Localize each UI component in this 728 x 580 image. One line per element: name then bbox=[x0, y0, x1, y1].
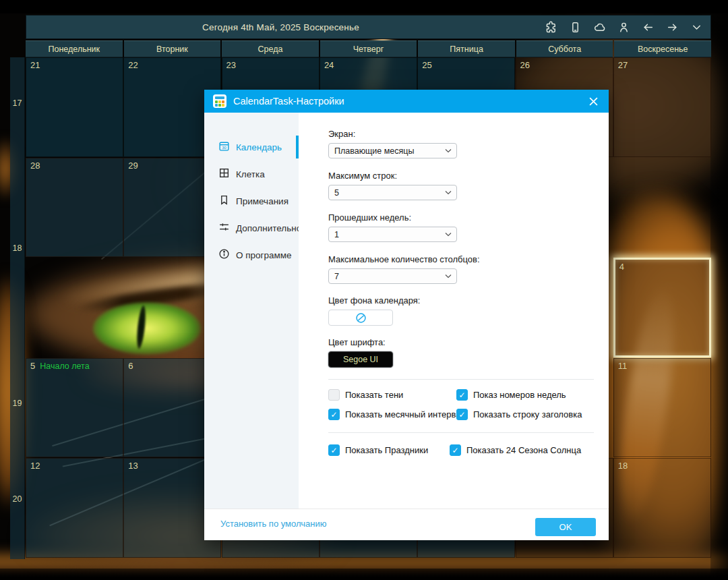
arrow-left-icon[interactable] bbox=[641, 20, 655, 34]
calendar-cell[interactable]: 5Начало лета bbox=[26, 358, 123, 458]
checkbox[interactable] bbox=[328, 389, 340, 401]
bg-color-label: Цвет фона календаря: bbox=[328, 295, 420, 306]
cell-date: 4 bbox=[619, 262, 624, 272]
screen-top-shade bbox=[0, 0, 728, 13]
chevron-down-icon[interactable] bbox=[690, 20, 704, 34]
checkbox-show-week-numbers[interactable]: Показ номеров недель bbox=[456, 389, 566, 401]
cell-date: 23 bbox=[226, 60, 236, 70]
day-header: Пятница bbox=[418, 40, 515, 57]
week-number: 20 bbox=[10, 494, 24, 504]
checkbox[interactable] bbox=[328, 409, 340, 420]
sidebar-item-label: Примечания bbox=[236, 196, 289, 206]
day-header: Вторник bbox=[124, 40, 221, 57]
day-header: Суббота bbox=[516, 40, 613, 57]
arrow-right-icon[interactable] bbox=[665, 20, 679, 34]
dialog-sidebar: 30 Календарь Клетка Примечания Дополните… bbox=[204, 113, 299, 509]
checkbox[interactable] bbox=[328, 444, 340, 456]
cell-date: 21 bbox=[30, 60, 40, 70]
app-icon bbox=[213, 94, 226, 108]
week-number: 19 bbox=[10, 399, 24, 408]
sidebar-item-about[interactable]: О программе bbox=[204, 241, 299, 268]
font-button-label: Segoe UI bbox=[343, 355, 378, 364]
desktop: Сегодня 4th Май, 2025 Воскресенье Понеде… bbox=[0, 0, 728, 580]
sidebar-item-calendar[interactable]: 30 Календарь bbox=[204, 134, 299, 161]
checkbox[interactable] bbox=[456, 389, 468, 401]
no-color-icon bbox=[355, 312, 367, 324]
font-color-label: Цвет шрифта: bbox=[328, 337, 386, 347]
calendar-cell[interactable]: 28 bbox=[26, 158, 123, 258]
max-columns-dropdown[interactable]: 7 bbox=[328, 268, 457, 284]
cell-date: 28 bbox=[30, 161, 40, 171]
dialog-titlebar[interactable]: CalendarTask-Настройки bbox=[204, 90, 609, 113]
dialog-title: CalendarTask-Настройки bbox=[233, 96, 344, 107]
checkbox-show-month-interval[interactable]: Показать месячный интервал bbox=[328, 409, 466, 420]
sidebar-item-notes[interactable]: Примечания bbox=[204, 187, 299, 214]
past-weeks-label: Прошедших недель: bbox=[328, 212, 411, 223]
calendar-cell[interactable]: 27 bbox=[613, 57, 711, 157]
holiday-label: Начало лета bbox=[40, 361, 89, 371]
dropdown-value: 5 bbox=[334, 188, 339, 198]
phone-icon[interactable] bbox=[568, 20, 582, 34]
dialog-footer: Установить по умолчанию OK bbox=[204, 509, 609, 540]
cell-date: 13 bbox=[128, 461, 138, 471]
sidebar-item-cell[interactable]: Клетка bbox=[204, 161, 299, 187]
checkbox-show-header-row[interactable]: Показать строку заголовка bbox=[456, 409, 582, 420]
screen-bottom-shade bbox=[0, 569, 728, 580]
dropdown-value: Плавающие месяцы bbox=[334, 146, 414, 156]
sidebar-item-label: О программе bbox=[236, 250, 292, 260]
calendar-cell[interactable]: 21 bbox=[26, 57, 123, 157]
set-default-link[interactable]: Установить по умолчанию bbox=[220, 519, 326, 529]
sliders-icon bbox=[218, 221, 230, 235]
day-header-row: ПонедельникВторникСредаЧетвергПятницаСуб… bbox=[26, 40, 711, 57]
cell-date: 22 bbox=[128, 60, 138, 70]
sidebar-item-label: Дополнительно bbox=[236, 223, 301, 233]
sidebar-item-advanced[interactable]: Дополнительно bbox=[204, 214, 299, 241]
dropdown-value: 7 bbox=[334, 272, 339, 281]
divider bbox=[328, 379, 594, 380]
screen-right-shade bbox=[710, 0, 728, 580]
wallpaper-cat-eye bbox=[93, 302, 201, 355]
day-header: Воскресенье bbox=[614, 40, 711, 57]
dialog-content: Экран: Плавающие месяцы Максимум строк: … bbox=[299, 113, 609, 509]
checkbox[interactable] bbox=[450, 444, 461, 456]
checkbox[interactable] bbox=[456, 409, 468, 420]
settings-dialog: CalendarTask-Настройки 30 Календарь Клет… bbox=[204, 90, 609, 540]
font-button[interactable]: Segoe UI bbox=[328, 351, 393, 368]
screen-mode-dropdown[interactable]: Плавающие месяцы bbox=[328, 143, 457, 158]
close-icon[interactable] bbox=[583, 90, 603, 113]
week-number: 18 bbox=[10, 243, 24, 253]
sidebar-item-label: Клетка bbox=[236, 169, 265, 179]
max-rows-dropdown[interactable]: 5 bbox=[328, 185, 457, 200]
checkbox-show-holidays[interactable]: Показать Праздники bbox=[328, 444, 428, 456]
divider bbox=[328, 432, 594, 433]
day-header: Среда bbox=[222, 40, 319, 57]
cell-date: 11 bbox=[618, 361, 628, 371]
today-label: Сегодня 4th Май, 2025 Воскресенье bbox=[26, 22, 535, 32]
puzzle-icon[interactable] bbox=[544, 20, 558, 34]
cell-date: 24 bbox=[324, 60, 334, 70]
cell-date: 18 bbox=[618, 461, 628, 471]
cloud-icon[interactable] bbox=[593, 20, 607, 34]
calendar-cell[interactable]: 11 bbox=[613, 358, 711, 458]
checkbox-show-24-solar-seasons[interactable]: Показать 24 Сезона Солнца bbox=[450, 444, 581, 456]
cell-date: 27 bbox=[618, 60, 628, 70]
calendar-cell[interactable]: 12 bbox=[26, 458, 123, 558]
cell-date: 26 bbox=[520, 60, 530, 70]
day-header: Понедельник bbox=[26, 40, 123, 57]
wallpaper-cat-pupil bbox=[135, 305, 148, 350]
person-icon[interactable] bbox=[617, 20, 631, 34]
bg-color-button[interactable] bbox=[328, 310, 393, 326]
calendar-cell-today[interactable]: 4 bbox=[613, 258, 711, 357]
calendar-cell[interactable]: 18 bbox=[613, 458, 711, 558]
ok-button[interactable]: OK bbox=[535, 518, 596, 536]
checkbox-show-shadows[interactable]: Показать тени bbox=[328, 389, 403, 401]
grid-icon bbox=[218, 167, 230, 181]
week-number: 17 bbox=[10, 98, 24, 108]
cell-date: 6 bbox=[128, 361, 133, 371]
dropdown-value: 1 bbox=[334, 230, 339, 239]
past-weeks-dropdown[interactable]: 1 bbox=[328, 227, 457, 242]
cell-date: 29 bbox=[128, 161, 138, 171]
max-rows-label: Максимум строк: bbox=[328, 171, 397, 181]
cell-date: 12 bbox=[30, 461, 40, 471]
calendar-titlebar: Сегодня 4th Май, 2025 Воскресенье bbox=[26, 15, 711, 39]
